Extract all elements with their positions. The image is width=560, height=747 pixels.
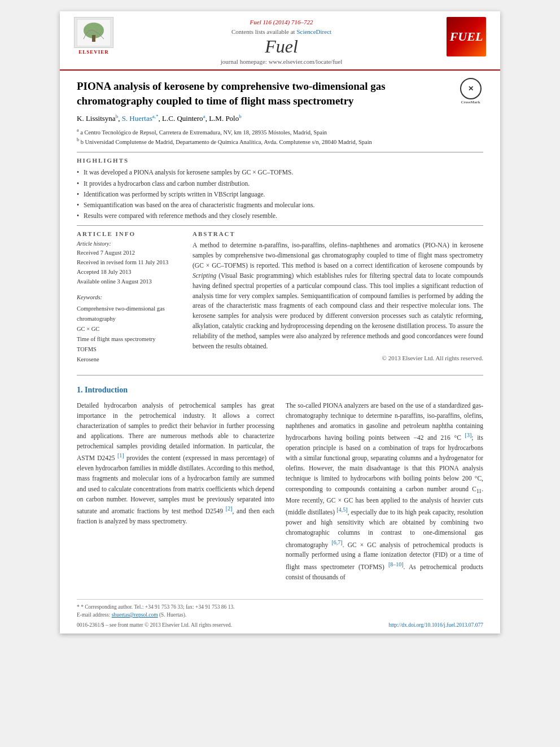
- page: ELSEVIER Fuel 116 (2014) 716–722 Content…: [60, 11, 500, 634]
- email-link[interactable]: shuertas@repsol.com: [112, 612, 158, 618]
- email-suffix: (S. Huertas).: [159, 612, 186, 618]
- page-footer: * * Corresponding author. Tel.: +34 91 7…: [77, 599, 483, 634]
- authors-line: K. Lissitsynab, S. Huertasa,*, L.C. Quin…: [77, 113, 483, 123]
- journal-homepage: journal homepage: www.elsevier.com/locat…: [123, 58, 440, 65]
- article-content: PIONA analysis of kerosene by comprehens…: [60, 71, 500, 591]
- ref-1-link[interactable]: [1]: [117, 452, 124, 458]
- highlight-item-3: Identification was performed by scripts …: [77, 189, 483, 199]
- keyword-1: Comprehensive two-dimensional gas chroma…: [77, 304, 181, 324]
- intro-left-col: Detailed hydrocarbon analysis of petroch…: [77, 400, 274, 582]
- copyright-line: © 2013 Elsevier Ltd. All rights reserved…: [193, 355, 483, 361]
- journal-header: ELSEVIER Fuel 116 (2014) 716–722 Content…: [60, 11, 500, 71]
- journal-center-header: Fuel 116 (2014) 716–722 Contents lists a…: [123, 17, 440, 65]
- doi-text: Fuel 116 (2014) 716–722: [250, 19, 313, 25]
- crossmark-label: CrossMark: [460, 100, 482, 105]
- author2: S. Huertas: [122, 115, 152, 123]
- corr-note: * Corresponding author. Tel.: +34 91 753…: [81, 604, 234, 610]
- highlight-item-2: It provides a hydrocarbon class and carb…: [77, 178, 483, 189]
- highlights-section: HIGHLIGHTS It was developed a PIONA anal…: [77, 157, 483, 221]
- sciencedirect-link[interactable]: ScienceDirect: [296, 28, 331, 35]
- article-info-section: ARTICLE INFO Article history: Received 7…: [77, 230, 181, 286]
- highlight-item-5: Results were compared with reference met…: [77, 210, 483, 221]
- article-info-col: ARTICLE INFO Article history: Received 7…: [77, 230, 181, 370]
- highlight-item-1: It was developed a PIONA analysis for ke…: [77, 167, 483, 178]
- issn-line: 0016-2361/$ – see front matter © 2013 El…: [77, 622, 232, 628]
- introduction-section: 1. Introduction Detailed hydrocarbon ana…: [77, 386, 483, 582]
- accepted-date: Accepted 18 July 2013: [77, 268, 181, 277]
- fuel-logo-box: FUEL: [447, 17, 489, 56]
- ref-4-5-link[interactable]: [4,5]: [336, 506, 347, 513]
- keyword-2: GC × GC: [77, 324, 181, 334]
- history-label: Article history:: [77, 239, 181, 248]
- email-label: E-mail address:: [77, 612, 110, 618]
- ref-8-10-link[interactable]: [8–10]: [388, 561, 404, 567]
- abstract-text: A method to determine n-paraffins, iso-p…: [193, 241, 483, 351]
- article-history: Article history: Received 7 August 2012 …: [77, 239, 181, 286]
- elsevier-logo: ELSEVIER: [71, 17, 116, 55]
- author1: K. Lissitsyna: [77, 115, 116, 123]
- highlights-label: HIGHLIGHTS: [77, 157, 483, 164]
- divider-3: [77, 375, 483, 375]
- fuel-logo: FUEL: [447, 17, 486, 56]
- footer-email: E-mail address: shuertas@repsol.com (S. …: [77, 611, 483, 619]
- affiliation-a: a a Centro Tecnológico de Repsol, Carret…: [77, 127, 483, 137]
- elsevier-brand-text: ELSEVIER: [78, 49, 109, 55]
- author3: L.C. Quintero: [162, 115, 203, 123]
- keyword-4: TOFMS: [77, 344, 181, 355]
- intro-left-text: Detailed hydrocarbon analysis of petroch…: [77, 400, 274, 527]
- highlights-list: It was developed a PIONA analysis for ke…: [77, 167, 483, 221]
- doi-footer: http://dx.doi.org/10.1016/j.fuel.2013.07…: [389, 622, 483, 628]
- ref-3-link[interactable]: [3]: [465, 432, 472, 438]
- introduction-title: 1. Introduction: [77, 386, 483, 395]
- keyword-5: Kerosene: [77, 355, 181, 365]
- divider-2: [77, 225, 483, 226]
- author4: L.M. Polo: [209, 115, 239, 123]
- abstract-col: ABSTRACT A method to determine n-paraffi…: [193, 230, 483, 370]
- intro-right-col: The so-called PIONA analyzers are based …: [286, 400, 483, 582]
- corr-marker: *: [77, 604, 80, 610]
- received-date: Received 7 August 2012: [77, 248, 181, 258]
- footer-bottom: 0016-2361/$ – see front matter © 2013 El…: [77, 622, 483, 628]
- divider-1: [77, 152, 483, 152]
- keywords-list: Keywords: Comprehensive two-dimensional …: [77, 292, 181, 365]
- keywords-section: Keywords: Comprehensive two-dimensional …: [77, 292, 181, 365]
- crossmark-badge[interactable]: CrossMark: [458, 79, 483, 104]
- intro-two-col: Detailed hydrocarbon analysis of petroch…: [77, 400, 483, 582]
- affiliation-b: b b Universidad Complutense de Madrid, D…: [77, 137, 483, 146]
- info-abstract-cols: ARTICLE INFO Article history: Received 7…: [77, 230, 483, 370]
- online-date: Available online 3 August 2013: [77, 277, 181, 287]
- abstract-label: ABSTRACT: [193, 230, 483, 237]
- article-info-label: ARTICLE INFO: [77, 230, 181, 237]
- elsevier-logo-image: [74, 17, 113, 48]
- svg-rect-2: [92, 35, 95, 42]
- intro-right-text: The so-called PIONA analyzers are based …: [286, 400, 483, 582]
- ref-2-link[interactable]: [2]: [226, 505, 233, 512]
- sciencedirect-line: Contents lists available at ScienceDirec…: [123, 28, 440, 35]
- scripting-term: Scripting: [193, 272, 216, 279]
- ref-6-7-link[interactable]: [6,7]: [331, 539, 342, 545]
- keyword-3: Time of flight mass spectrometry: [77, 334, 181, 344]
- crossmark-icon: [460, 78, 482, 99]
- footer-note: * * Corresponding author. Tel.: +34 91 7…: [77, 603, 483, 611]
- highlight-item-4: Semiquantification was based on the area…: [77, 199, 483, 210]
- keywords-label: Keywords:: [77, 292, 181, 303]
- journal-title: Fuel: [123, 36, 440, 57]
- affiliations: a a Centro Tecnológico de Repsol, Carret…: [77, 127, 483, 146]
- doi-header-line: Fuel 116 (2014) 716–722: [123, 17, 440, 27]
- revised-date: Received in revised form 11 July 2013: [77, 258, 181, 268]
- article-title: PIONA analysis of kerosene by comprehens…: [77, 79, 483, 108]
